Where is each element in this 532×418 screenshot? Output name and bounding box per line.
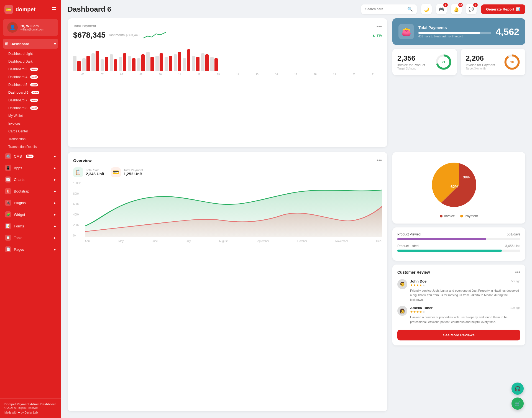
bar-gray-13 [192, 56, 195, 71]
sidebar-item-widget[interactable]: 🧩 Widget ▶ [3, 209, 58, 220]
sidebar-item-dashboard-4[interactable]: Dashboard 4New [3, 73, 58, 81]
area-chart-x-labels: AprilMayJuneJulyAugustSeptemberOctoberNo… [85, 240, 382, 243]
games-icon-button[interactable]: 🎮 2 [436, 4, 447, 14]
chevron-right-icon: ▶ [54, 201, 56, 204]
sidebar-item-invoices[interactable]: Invoices [3, 120, 58, 127]
sidebar-item-forms[interactable]: 📝 Forms ▶ [3, 220, 58, 232]
legend-payment-label: Payment [465, 214, 478, 218]
sidebar-item-apps[interactable]: 📱 Apps ▶ [3, 162, 58, 173]
bar-group-10 [165, 56, 172, 71]
sidebar-item-dashboard-8[interactable]: Dashboard 8New [3, 104, 58, 112]
support-fab-button[interactable]: 🎧 [511, 383, 524, 395]
total-payment-stat: 💳 Total Payment 1,252 Unit [111, 167, 143, 177]
bar-pair-8 [146, 52, 154, 71]
sidebar-item-dashboard-5[interactable]: Dashboard 5New [3, 81, 58, 89]
sidebar-item-table[interactable]: 📋 Table ▶ [3, 232, 58, 243]
sidebar-item-dashboard-6[interactable]: Dashboard 6New [3, 89, 58, 96]
total-payment-stat-label: Total Payment [124, 168, 143, 172]
bar-gray-10 [165, 57, 168, 71]
sidebar-header: 💳 dompet ☰ [0, 0, 61, 19]
sidebar-item-pages[interactable]: 📄 Pages ▶ [3, 244, 58, 255]
bar-group-8 [146, 52, 154, 71]
total-payments-title: Total Payments [418, 25, 491, 30]
dashboard-group[interactable]: ⊞ Dashboard ▾ [3, 39, 58, 49]
total-payment-title: Total Payment [73, 24, 96, 28]
reviewer-avatar-john: 👨 [397, 279, 407, 289]
user-name: Hi, William [21, 24, 44, 28]
chevron-right-icon: ▶ [54, 178, 56, 181]
theme-toggle-button[interactable]: 🌙 [421, 4, 432, 14]
total-progress-bar [418, 32, 491, 34]
bar-pair-7 [137, 54, 145, 71]
card-menu-button[interactable]: ••• [377, 24, 382, 30]
widget-icon: 🧩 [5, 211, 11, 217]
content-grid: Total Payment ••• $678,345 last month $5… [61, 18, 532, 418]
total-payments-blue-card: 👛 Total Payments 431 more to break last … [392, 18, 525, 45]
x-label-9: 15 [249, 73, 266, 76]
x-label-14: 20 [345, 73, 362, 76]
x-label-8: 14 [229, 73, 246, 76]
bar-gray-4 [110, 54, 113, 71]
sidebar-item-transaction[interactable]: Transaction [3, 135, 58, 143]
chat-button[interactable]: 💬 5 [466, 4, 477, 14]
x-label-15: 21 [365, 73, 382, 76]
product-listed-bar [397, 250, 520, 252]
total-payment-amount: $678,345 [73, 31, 106, 40]
bar-red-9 [160, 53, 163, 71]
right-bottom-section: 62% 38% Invoice Payment [392, 152, 525, 411]
review-menu-button[interactable]: ••• [515, 270, 520, 275]
generate-report-button[interactable]: Generate Report 📊 [481, 4, 525, 14]
user-profile[interactable]: 👤 Hi, William william@gmail.com [3, 19, 58, 36]
bar-red-4 [114, 59, 117, 71]
x-label-1: 07 [94, 73, 111, 76]
sidebar-item-my-wallet[interactable]: My Wallet [3, 112, 58, 120]
bar-gray-0 [73, 56, 76, 71]
overview-menu-button[interactable]: ••• [377, 158, 382, 163]
invoice-payment-donut: 90 [504, 54, 520, 70]
bar-pair-14 [201, 53, 209, 71]
bar-pair-13 [192, 56, 200, 71]
nav-item-label: Bootstrap [14, 189, 29, 193]
sidebar-item-cms[interactable]: ⚙️ CMS New ▶ [3, 151, 58, 162]
invoice-product-value: 2,356 [397, 54, 431, 63]
bar-group-3 [101, 57, 108, 71]
see-more-reviews-button[interactable]: See More Reviews [397, 330, 520, 340]
review-time-john: 5m ago [511, 280, 520, 283]
sidebar-item-transaction-details[interactable]: Transaction Details [3, 143, 58, 151]
sidebar-item-charts[interactable]: 📈 Charts ▶ [3, 174, 58, 185]
review-text-john: Friendly service Josh, Lunar and everyon… [410, 288, 520, 302]
bar-gray-8 [146, 52, 150, 71]
nav-section: ⊞ Dashboard ▾ Dashboard LightDashboard D… [0, 39, 61, 398]
nav-item-label: Widget [14, 212, 25, 217]
chevron-right-icon: ▶ [54, 155, 56, 158]
invoice-payment-percent: 90 [510, 60, 514, 64]
hamburger-button[interactable]: ☰ [52, 6, 57, 13]
nav-item-label: Table [14, 236, 22, 240]
bar-gray-6 [128, 56, 131, 71]
games-badge: 2 [443, 3, 448, 7]
legend-invoice-label: Invoice [444, 214, 455, 218]
sidebar-item-plugins[interactable]: 🔌 Plugins ▶ [3, 197, 58, 208]
cms-icon: ⚙️ [5, 153, 11, 159]
area-chart: 1000k800k600k400k200k0k [73, 182, 382, 243]
dashboard-group-label: Dashboard [11, 42, 29, 46]
bar-pair-2 [91, 51, 99, 71]
notification-bell-button[interactable]: 🔔 12 [451, 4, 462, 14]
sidebar-item-dashboard-dark[interactable]: Dashboard Dark [3, 58, 58, 65]
invoice-product-donut: 71 [435, 54, 452, 70]
sidebar-item-bootstrap[interactable]: 🅱️ Bootstrap ▶ [3, 186, 58, 197]
cart-fab-button[interactable]: 🛒 [511, 398, 524, 410]
bar-red-8 [150, 57, 154, 71]
search-input[interactable] [365, 7, 405, 11]
stars-john: ★★★★★ [410, 283, 520, 287]
overview-stats: 📋 Total Sale 2,346 Unit 💳 Total Payment … [73, 167, 382, 177]
review-item-john: 👨 John Doe 5m ago ★★★★★ Friendly service… [397, 279, 520, 302]
bar-pair-15 [210, 57, 218, 71]
bar-group-5 [119, 53, 126, 71]
footer-copyright: © 2023 All Rights Reserved [4, 406, 57, 409]
sidebar-item-dashboard-7[interactable]: Dashboard 7New [3, 96, 58, 104]
bar-gray-14 [201, 53, 204, 71]
sidebar-item-dashboard-3[interactable]: Dashboard 3New [3, 65, 58, 73]
sidebar-item-dashboard-light[interactable]: Dashboard Light [3, 50, 58, 58]
sidebar-item-cards-center[interactable]: Cards Center [3, 127, 58, 135]
